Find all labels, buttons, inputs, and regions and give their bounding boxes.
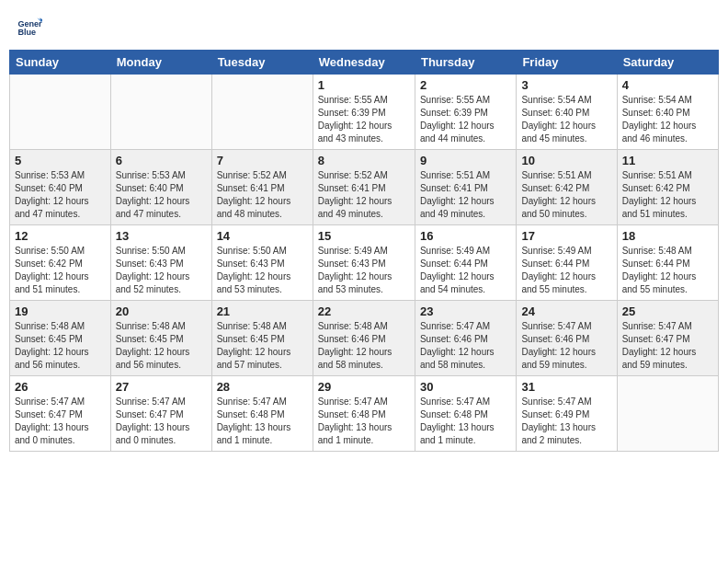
day-info: Sunrise: 5:51 AM Sunset: 6:42 PM Dayligh… <box>521 169 611 221</box>
day-info: Sunrise: 5:54 AM Sunset: 6:40 PM Dayligh… <box>521 94 611 145</box>
calendar-cell <box>110 75 211 150</box>
calendar-cell: 13Sunrise: 5:50 AM Sunset: 6:43 PM Dayli… <box>110 225 211 301</box>
calendar-cell: 29Sunrise: 5:47 AM Sunset: 6:48 PM Dayli… <box>313 376 415 452</box>
day-info: Sunrise: 5:48 AM Sunset: 6:46 PM Dayligh… <box>318 320 410 372</box>
calendar-cell: 28Sunrise: 5:47 AM Sunset: 6:48 PM Dayli… <box>211 376 313 452</box>
day-info: Sunrise: 5:52 AM Sunset: 6:41 PM Dayligh… <box>318 169 410 221</box>
day-number: 28 <box>217 380 308 394</box>
calendar-header-row: SundayMondayTuesdayWednesdayThursdayFrid… <box>10 51 719 75</box>
day-number: 3 <box>521 78 611 92</box>
day-number: 26 <box>15 380 106 394</box>
calendar-cell: 16Sunrise: 5:49 AM Sunset: 6:44 PM Dayli… <box>415 225 516 301</box>
logo-icon: General Blue <box>17 13 42 39</box>
day-header-saturday: Saturday <box>617 51 718 75</box>
calendar-cell: 18Sunrise: 5:48 AM Sunset: 6:44 PM Dayli… <box>617 225 718 301</box>
day-info: Sunrise: 5:48 AM Sunset: 6:45 PM Dayligh… <box>116 320 207 372</box>
day-info: Sunrise: 5:49 AM Sunset: 6:44 PM Dayligh… <box>521 245 611 296</box>
day-header-sunday: Sunday <box>10 51 111 75</box>
day-info: Sunrise: 5:49 AM Sunset: 6:44 PM Dayligh… <box>420 245 511 296</box>
calendar-cell: 15Sunrise: 5:49 AM Sunset: 6:43 PM Dayli… <box>313 225 415 301</box>
day-header-wednesday: Wednesday <box>313 51 415 75</box>
day-number: 17 <box>521 229 611 243</box>
day-info: Sunrise: 5:48 AM Sunset: 6:44 PM Dayligh… <box>622 245 713 296</box>
day-info: Sunrise: 5:49 AM Sunset: 6:43 PM Dayligh… <box>318 245 410 296</box>
day-number: 8 <box>318 154 410 167</box>
day-info: Sunrise: 5:47 AM Sunset: 6:48 PM Dayligh… <box>420 396 511 447</box>
calendar-week-3: 12Sunrise: 5:50 AM Sunset: 6:42 PM Dayli… <box>10 225 719 301</box>
calendar-week-1: 1Sunrise: 5:55 AM Sunset: 6:39 PM Daylig… <box>10 75 719 150</box>
calendar-cell <box>617 376 718 452</box>
day-number: 10 <box>521 154 611 167</box>
day-number: 6 <box>116 154 207 167</box>
day-number: 13 <box>116 229 207 243</box>
calendar-week-4: 19Sunrise: 5:48 AM Sunset: 6:45 PM Dayli… <box>10 301 719 376</box>
calendar-cell: 27Sunrise: 5:47 AM Sunset: 6:47 PM Dayli… <box>110 376 211 452</box>
day-number: 23 <box>420 304 511 318</box>
day-number: 9 <box>420 154 511 167</box>
day-info: Sunrise: 5:50 AM Sunset: 6:42 PM Dayligh… <box>15 245 106 296</box>
day-info: Sunrise: 5:54 AM Sunset: 6:40 PM Dayligh… <box>622 94 713 145</box>
calendar-cell: 4Sunrise: 5:54 AM Sunset: 6:40 PM Daylig… <box>617 75 718 150</box>
day-header-monday: Monday <box>110 51 211 75</box>
calendar-cell <box>10 75 111 150</box>
calendar-cell: 1Sunrise: 5:55 AM Sunset: 6:39 PM Daylig… <box>313 75 415 150</box>
calendar-cell: 14Sunrise: 5:50 AM Sunset: 6:43 PM Dayli… <box>211 225 313 301</box>
logo: General Blue <box>17 13 46 39</box>
day-info: Sunrise: 5:52 AM Sunset: 6:41 PM Dayligh… <box>217 169 308 221</box>
day-info: Sunrise: 5:47 AM Sunset: 6:47 PM Dayligh… <box>15 396 106 447</box>
day-number: 20 <box>116 304 207 318</box>
day-info: Sunrise: 5:47 AM Sunset: 6:46 PM Dayligh… <box>420 320 511 372</box>
calendar-table: SundayMondayTuesdayWednesdayThursdayFrid… <box>9 50 719 452</box>
calendar-cell: 26Sunrise: 5:47 AM Sunset: 6:47 PM Dayli… <box>10 376 111 452</box>
day-number: 7 <box>217 154 308 167</box>
day-info: Sunrise: 5:51 AM Sunset: 6:42 PM Dayligh… <box>622 169 713 221</box>
calendar-cell: 21Sunrise: 5:48 AM Sunset: 6:45 PM Dayli… <box>211 301 313 376</box>
day-number: 2 <box>420 78 511 92</box>
calendar-cell: 5Sunrise: 5:53 AM Sunset: 6:40 PM Daylig… <box>10 150 111 225</box>
day-info: Sunrise: 5:48 AM Sunset: 6:45 PM Dayligh… <box>15 320 106 372</box>
day-number: 19 <box>15 304 106 318</box>
calendar-cell: 30Sunrise: 5:47 AM Sunset: 6:48 PM Dayli… <box>415 376 516 452</box>
day-number: 16 <box>420 229 511 243</box>
calendar-cell: 8Sunrise: 5:52 AM Sunset: 6:41 PM Daylig… <box>313 150 415 225</box>
day-number: 5 <box>15 154 106 167</box>
day-number: 14 <box>217 229 308 243</box>
day-number: 29 <box>318 380 410 394</box>
day-info: Sunrise: 5:55 AM Sunset: 6:39 PM Dayligh… <box>420 94 511 145</box>
day-number: 4 <box>622 78 713 92</box>
day-number: 18 <box>622 229 713 243</box>
day-number: 25 <box>622 304 713 318</box>
calendar-cell: 20Sunrise: 5:48 AM Sunset: 6:45 PM Dayli… <box>110 301 211 376</box>
day-info: Sunrise: 5:55 AM Sunset: 6:39 PM Dayligh… <box>318 94 410 145</box>
day-header-friday: Friday <box>517 51 617 75</box>
calendar-cell: 12Sunrise: 5:50 AM Sunset: 6:42 PM Dayli… <box>10 225 111 301</box>
day-number: 31 <box>521 380 611 394</box>
day-number: 11 <box>622 154 713 167</box>
calendar-cell: 24Sunrise: 5:47 AM Sunset: 6:46 PM Dayli… <box>517 301 617 376</box>
day-number: 15 <box>318 229 410 243</box>
calendar-week-5: 26Sunrise: 5:47 AM Sunset: 6:47 PM Dayli… <box>10 376 719 452</box>
calendar-cell: 2Sunrise: 5:55 AM Sunset: 6:39 PM Daylig… <box>415 75 516 150</box>
calendar-cell: 7Sunrise: 5:52 AM Sunset: 6:41 PM Daylig… <box>211 150 313 225</box>
day-number: 27 <box>116 380 207 394</box>
page-header: General Blue <box>9 9 719 42</box>
calendar-cell: 6Sunrise: 5:53 AM Sunset: 6:40 PM Daylig… <box>110 150 211 225</box>
day-info: Sunrise: 5:51 AM Sunset: 6:41 PM Dayligh… <box>420 169 511 221</box>
calendar-cell: 11Sunrise: 5:51 AM Sunset: 6:42 PM Dayli… <box>617 150 718 225</box>
day-number: 22 <box>318 304 410 318</box>
day-number: 21 <box>217 304 308 318</box>
calendar-cell: 3Sunrise: 5:54 AM Sunset: 6:40 PM Daylig… <box>517 75 617 150</box>
day-info: Sunrise: 5:48 AM Sunset: 6:45 PM Dayligh… <box>217 320 308 372</box>
calendar-cell: 10Sunrise: 5:51 AM Sunset: 6:42 PM Dayli… <box>517 150 617 225</box>
day-number: 30 <box>420 380 511 394</box>
calendar-cell: 22Sunrise: 5:48 AM Sunset: 6:46 PM Dayli… <box>313 301 415 376</box>
calendar-cell: 25Sunrise: 5:47 AM Sunset: 6:47 PM Dayli… <box>617 301 718 376</box>
day-info: Sunrise: 5:50 AM Sunset: 6:43 PM Dayligh… <box>217 245 308 296</box>
day-info: Sunrise: 5:47 AM Sunset: 6:48 PM Dayligh… <box>217 396 308 447</box>
day-info: Sunrise: 5:50 AM Sunset: 6:43 PM Dayligh… <box>116 245 207 296</box>
calendar-cell: 19Sunrise: 5:48 AM Sunset: 6:45 PM Dayli… <box>10 301 111 376</box>
calendar-week-2: 5Sunrise: 5:53 AM Sunset: 6:40 PM Daylig… <box>10 150 719 225</box>
day-number: 24 <box>521 304 611 318</box>
calendar-cell: 17Sunrise: 5:49 AM Sunset: 6:44 PM Dayli… <box>517 225 617 301</box>
day-info: Sunrise: 5:47 AM Sunset: 6:48 PM Dayligh… <box>318 396 410 447</box>
